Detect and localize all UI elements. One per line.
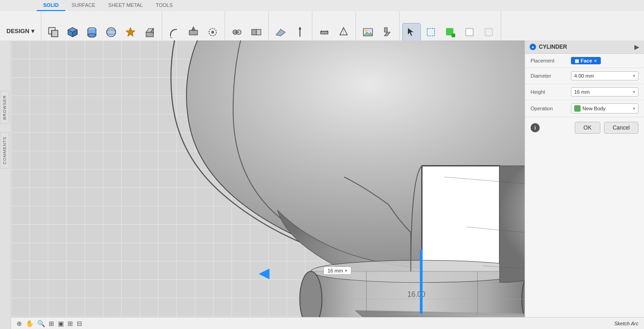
svg-point-38 — [365, 30, 367, 32]
svg-marker-29 — [299, 27, 301, 29]
sphere-icon[interactable] — [102, 23, 120, 41]
height-arrow[interactable]: ▾ — [633, 90, 635, 94]
diameter-arrow[interactable]: ▾ — [633, 74, 635, 78]
panel-header: ● CYLINDER ▶ — [525, 40, 644, 54]
browser-tab[interactable]: BROWSER — [0, 91, 9, 124]
cylinder-panel: ● CYLINDER ▶ Placement ▦ Face × Diameter… — [525, 40, 644, 317]
svg-rect-46 — [485, 28, 492, 36]
zoom-icon[interactable]: 🔍 — [37, 320, 45, 327]
height-value: 16 mm — [574, 89, 590, 95]
grid2-icon[interactable]: ⊟ — [77, 320, 82, 327]
face-label: Face — [581, 58, 592, 63]
status-bar: ⊕ ✋ 🔍 ⊞ ▣ ⊞ ⊟ Sketch Arc — [11, 317, 644, 329]
box-icon[interactable] — [63, 23, 82, 41]
pan-icon[interactable]: ✋ — [26, 320, 34, 327]
svg-rect-25 — [256, 29, 261, 35]
light-box-icon[interactable] — [480, 23, 498, 41]
panel-footer: i OK Cancel — [525, 117, 644, 138]
tab-tools[interactable]: TOOLS — [149, 0, 179, 11]
left-sidebar: BROWSER COMMENTS — [0, 40, 11, 329]
green-select-icon[interactable] — [441, 23, 459, 41]
select-cursor-icon[interactable] — [402, 23, 421, 41]
dim-dropdown-arrow[interactable]: ▾ — [345, 268, 347, 273]
sketch-arc-label: Sketch Arc — [614, 321, 638, 326]
modify-icon[interactable] — [203, 23, 222, 41]
face-icon: ▦ — [575, 58, 579, 63]
svg-marker-40 — [384, 28, 390, 36]
operation-row: Operation New Body ▾ — [525, 100, 644, 117]
tab-surface[interactable]: SURFACE — [65, 0, 102, 11]
joint-icon[interactable] — [228, 23, 246, 41]
svg-text:16.00: 16.00 — [407, 290, 426, 298]
display-icon[interactable]: ▣ — [58, 320, 64, 327]
fillet-icon[interactable] — [165, 23, 183, 41]
axis-icon[interactable] — [291, 23, 309, 41]
svg-rect-44 — [452, 34, 455, 37]
diameter-row: Diameter 4.00 mm ▾ — [525, 68, 644, 84]
svg-rect-1 — [51, 30, 58, 37]
operation-value: New Body — [582, 106, 605, 111]
blue-direction-arrow[interactable]: ◀ — [259, 266, 269, 281]
operation-arrow[interactable]: ▾ — [633, 106, 635, 111]
height-row: Height 16 mm ▾ — [525, 84, 644, 100]
extrude-icon[interactable] — [141, 23, 159, 41]
insert-2-icon[interactable] — [378, 23, 396, 41]
blue-height-indicator — [420, 250, 423, 314]
status-icons-left: ⊕ ✋ 🔍 ⊞ ▣ ⊞ ⊟ — [17, 320, 82, 327]
insert-image-icon[interactable] — [359, 23, 377, 41]
face-close-btn[interactable]: × — [594, 58, 597, 63]
svg-rect-45 — [466, 28, 473, 36]
operation-label: Operation — [531, 106, 567, 111]
svg-point-11 — [107, 28, 116, 37]
svg-rect-17 — [189, 30, 198, 35]
window-select-icon[interactable] — [422, 23, 440, 41]
svg-point-8 — [88, 34, 96, 37]
operation-icon — [574, 105, 581, 112]
new-component-icon[interactable] — [44, 23, 62, 41]
diameter-value: 4.00 mm — [574, 73, 594, 79]
tab-solid[interactable]: SOLID — [37, 0, 65, 11]
dim-value: 16 mm — [328, 268, 343, 273]
press-pull-icon[interactable] — [184, 23, 203, 41]
panel-title: CYLINDER — [539, 44, 567, 50]
operation-select[interactable]: New Body ▾ — [571, 103, 638, 113]
panel-expand-arrow[interactable]: ▶ — [634, 43, 639, 51]
svg-marker-26 — [276, 29, 285, 36]
design-arrow: ▾ — [31, 28, 34, 34]
comments-tab[interactable]: COMMENTS — [0, 132, 9, 169]
zoom2-icon[interactable]: ⊞ — [49, 320, 54, 327]
measure-icon[interactable] — [315, 23, 333, 41]
cylinder-create-icon[interactable] — [83, 23, 101, 41]
info-button[interactable]: i — [531, 123, 540, 132]
svg-marker-41 — [408, 28, 413, 36]
panel-icon: ● — [530, 44, 536, 50]
height-input[interactable]: 16 mm ▾ — [571, 87, 638, 96]
diameter-input[interactable]: 4.00 mm ▾ — [571, 71, 638, 80]
section-analysis-icon[interactable] — [334, 23, 353, 41]
dimension-input[interactable]: 16 mm ▾ — [323, 267, 351, 275]
diameter-label: Diameter — [531, 73, 567, 79]
placement-row: Placement ▦ Face × — [525, 54, 644, 68]
cancel-button[interactable]: Cancel — [604, 122, 638, 134]
white-box-icon[interactable] — [460, 23, 479, 41]
svg-marker-18 — [192, 27, 195, 30]
svg-rect-24 — [252, 29, 256, 35]
svg-point-20 — [211, 31, 214, 34]
orbit-icon[interactable]: ⊕ — [17, 320, 22, 327]
assemble-2-icon[interactable] — [247, 23, 266, 41]
plane-icon[interactable] — [271, 23, 290, 41]
placement-label: Placement — [531, 58, 567, 63]
design-label: DESIGN — [6, 28, 29, 34]
svg-marker-13 — [126, 28, 135, 36]
star-icon[interactable] — [121, 23, 140, 41]
tab-sheet-metal[interactable]: SHEET METAL — [102, 0, 149, 11]
ok-button[interactable]: OK — [575, 122, 600, 134]
face-badge[interactable]: ▦ Face × — [571, 57, 601, 64]
height-label: Height — [531, 89, 567, 95]
grid-icon[interactable]: ⊞ — [68, 320, 73, 327]
svg-rect-42 — [427, 28, 435, 36]
